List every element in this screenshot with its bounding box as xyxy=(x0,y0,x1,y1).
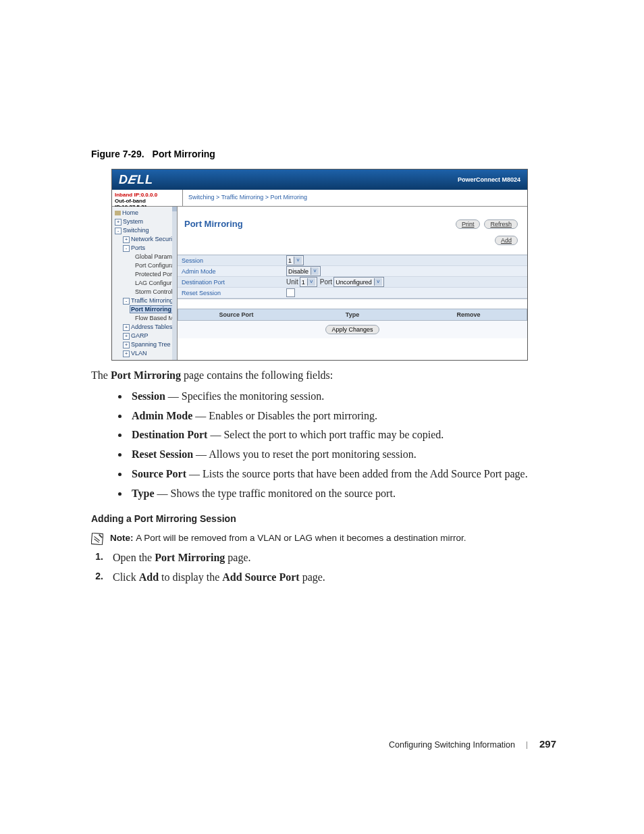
chevron-down-icon: v xyxy=(307,278,315,286)
dell-logo: DELL xyxy=(119,173,153,187)
page-number: 297 xyxy=(539,738,556,750)
app-topbar: DELL PowerConnect M8024 xyxy=(112,170,527,190)
source-port-grid-body: Apply Changes xyxy=(178,321,527,338)
nav-vlan[interactable]: +VLAN xyxy=(115,349,177,358)
nav-network-security[interactable]: +Network Security xyxy=(115,235,177,244)
field-item: Session — Specifies the monitoring sessi… xyxy=(129,388,556,405)
nav-sidebar[interactable]: Home +System -Switching +Network Securit… xyxy=(112,207,178,361)
expand-icon[interactable]: + xyxy=(123,333,130,340)
page-title: Port Mirroring xyxy=(184,219,243,229)
reset-session-label: Reset Session xyxy=(182,290,286,296)
main-panel: Port Mirroring Print Refresh Add Session… xyxy=(178,207,527,361)
refresh-button[interactable]: Refresh xyxy=(484,219,518,229)
nav-port-mirroring[interactable]: Port Mirroring xyxy=(115,305,177,314)
step-item: 1. Open the Port Mirroring page. xyxy=(91,550,556,567)
chevron-down-icon: v xyxy=(294,257,302,264)
field-list: Session — Specifies the monitoring sessi… xyxy=(91,388,556,502)
step-number: 1. xyxy=(91,550,103,567)
nav-lag-config[interactable]: LAG Configuration xyxy=(115,279,177,288)
col-source-port: Source Port xyxy=(178,311,294,318)
step-item: 2. Click Add to display the Add Source P… xyxy=(91,569,556,586)
nav-tree: Home +System -Switching +Network Securit… xyxy=(112,207,177,358)
col-remove: Remove xyxy=(410,311,527,318)
nav-ports[interactable]: -Ports xyxy=(115,244,177,253)
nav-spanning-tree[interactable]: +Spanning Tree xyxy=(115,340,177,349)
section-heading: Adding a Port Mirroring Session xyxy=(91,512,556,527)
ip-panel: Inband IP:0.0.0.0 Out-of-band IP:10.27.5… xyxy=(112,190,183,206)
add-button[interactable]: Add xyxy=(495,236,518,245)
destination-port-label: Destination Port xyxy=(182,279,286,286)
nav-address-tables[interactable]: +Address Tables xyxy=(115,323,177,332)
crumb-traffic-mirroring[interactable]: Traffic Mirroring xyxy=(221,194,264,201)
unit-select[interactable]: 1v xyxy=(300,277,317,287)
nav-garp[interactable]: +GARP xyxy=(115,332,177,340)
field-item: Type — Shows the type traffic monitored … xyxy=(129,486,556,502)
expand-icon[interactable]: + xyxy=(123,350,130,357)
document-body: The Port Mirroring page contains the fol… xyxy=(91,367,556,586)
note-icon xyxy=(91,533,103,545)
port-select[interactable]: Unconfiguredv xyxy=(333,277,384,287)
nav-home[interactable]: Home xyxy=(115,209,177,217)
collapse-icon[interactable]: - xyxy=(123,245,130,252)
expand-icon[interactable]: + xyxy=(123,236,130,243)
port-label: Port xyxy=(320,278,332,286)
nav-global-params[interactable]: Global Parameters xyxy=(115,253,177,261)
expand-icon[interactable]: + xyxy=(123,324,130,331)
crumb-port-mirroring: Port Mirroring xyxy=(270,194,307,201)
crumb-switching[interactable]: Switching xyxy=(188,194,215,201)
home-icon xyxy=(115,211,121,215)
nav-protected-port[interactable]: Protected Port Configuration xyxy=(115,270,177,279)
scroll-up-icon[interactable] xyxy=(172,207,177,211)
page-footer: Configuring Switching Information 297 xyxy=(389,738,556,750)
intro-text: The Port Mirroring page contains the fol… xyxy=(91,367,556,384)
screenshot-port-mirroring: DELL PowerConnect M8024 Inband IP:0.0.0.… xyxy=(111,169,528,361)
note-row: Note: A Port will be removed from a VLAN… xyxy=(91,531,556,546)
expand-icon[interactable]: + xyxy=(115,219,122,226)
nav-storm-control[interactable]: Storm Control xyxy=(115,288,177,296)
step-number: 2. xyxy=(91,569,103,586)
figure-title: Port Mirroring xyxy=(153,149,215,159)
field-item: Admin Mode — Enables or Disables the por… xyxy=(129,408,556,425)
field-item: Reset Session — Allows you to reset the … xyxy=(129,446,556,463)
breadcrumb: Switching > Traffic Mirroring > Port Mir… xyxy=(183,190,527,206)
session-label: Session xyxy=(182,257,286,264)
figure-caption: Figure 7-29.Port Mirroring xyxy=(91,149,556,159)
apply-changes-button[interactable]: Apply Changes xyxy=(325,325,379,334)
reset-session-checkbox[interactable] xyxy=(286,288,295,297)
field-item: Source Port — Lists the source ports tha… xyxy=(129,466,556,483)
nav-switching[interactable]: -Switching xyxy=(115,226,177,235)
device-model: PowerConnect M8024 xyxy=(458,176,520,183)
steps-list: 1. Open the Port Mirroring page. 2. Clic… xyxy=(91,550,556,586)
form-table: Session 1v Admin Mode Disablev Destinati… xyxy=(178,255,527,299)
nav-system[interactable]: +System xyxy=(115,217,177,226)
admin-mode-label: Admin Mode xyxy=(182,268,286,275)
scrollbar[interactable] xyxy=(172,207,177,361)
nav-port-config[interactable]: Port Configuration xyxy=(115,261,177,270)
col-type: Type xyxy=(294,311,410,318)
expand-icon[interactable]: + xyxy=(123,342,130,348)
source-port-grid-header: Source Port Type Remove xyxy=(178,309,527,321)
unit-label: Unit xyxy=(286,278,298,286)
admin-mode-select[interactable]: Disablev xyxy=(286,266,321,276)
chapter-name: Configuring Switching Information xyxy=(389,740,515,750)
inband-ip: Inband IP:0.0.0.0 xyxy=(115,192,180,198)
print-button[interactable]: Print xyxy=(456,219,481,229)
collapse-icon[interactable]: - xyxy=(123,298,130,305)
chevron-down-icon: v xyxy=(374,278,382,286)
nav-traffic-mirroring[interactable]: -Traffic Mirroring xyxy=(115,296,177,305)
nav-flow-based-mirroring[interactable]: Flow Based Mirroring xyxy=(115,314,177,323)
collapse-icon[interactable]: - xyxy=(115,228,122,234)
chevron-down-icon: v xyxy=(311,267,319,275)
session-select[interactable]: 1v xyxy=(286,255,304,265)
field-item: Destination Port — Select the port to wh… xyxy=(129,427,556,444)
note-text: Note: A Port will be removed from a VLAN… xyxy=(110,531,466,546)
ip-bar: Inband IP:0.0.0.0 Out-of-band IP:10.27.5… xyxy=(112,190,527,207)
figure-label: Figure 7-29. xyxy=(91,149,144,159)
